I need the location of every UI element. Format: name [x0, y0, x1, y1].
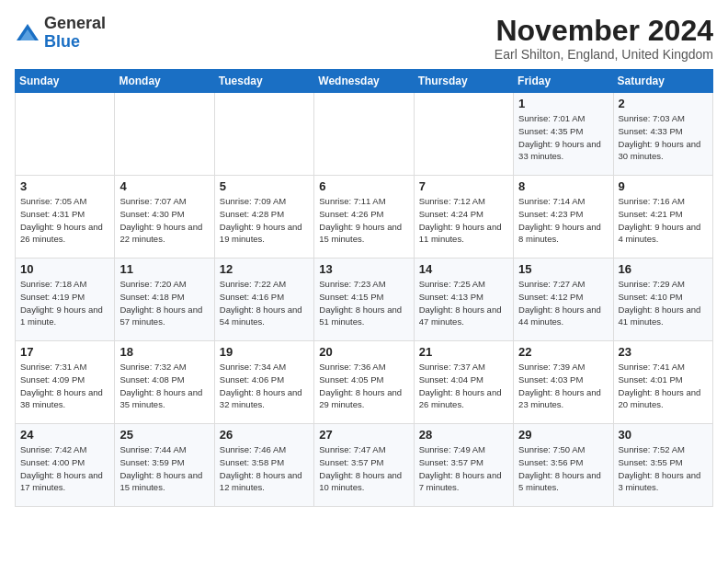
day-number: 30 [619, 428, 708, 442]
day-info: Sunrise: 7:07 AM Sunset: 4:30 PM Dayligh… [119, 195, 209, 246]
day-number: 18 [119, 345, 209, 359]
day-number: 13 [319, 262, 408, 276]
calendar-cell: 13Sunrise: 7:23 AM Sunset: 4:15 PM Dayli… [314, 259, 414, 341]
calendar-cell: 17Sunrise: 7:31 AM Sunset: 4:09 PM Dayli… [16, 341, 115, 424]
calendar-cell: 23Sunrise: 7:41 AM Sunset: 4:01 PM Dayli… [613, 341, 712, 424]
day-number: 5 [220, 179, 309, 193]
day-number: 15 [518, 262, 608, 276]
calendar-cell: 9Sunrise: 7:16 AM Sunset: 4:21 PM Daylig… [613, 176, 712, 259]
logo-general: General [44, 14, 106, 32]
day-number: 2 [619, 97, 708, 110]
header-tuesday: Tuesday [214, 70, 313, 93]
calendar-cell: 22Sunrise: 7:39 AM Sunset: 4:03 PM Dayli… [514, 341, 613, 424]
day-number: 23 [619, 345, 708, 359]
logo: General Blue [15, 15, 106, 52]
day-number: 1 [518, 97, 608, 110]
day-number: 17 [20, 345, 109, 359]
day-number: 11 [119, 262, 209, 276]
calendar-cell: 2Sunrise: 7:03 AM Sunset: 4:33 PM Daylig… [613, 93, 712, 176]
day-info: Sunrise: 7:31 AM Sunset: 4:09 PM Dayligh… [20, 361, 109, 411]
day-number: 28 [419, 428, 508, 442]
day-info: Sunrise: 7:52 AM Sunset: 3:55 PM Dayligh… [619, 443, 708, 494]
day-number: 27 [319, 428, 408, 442]
calendar-cell: 12Sunrise: 7:22 AM Sunset: 4:16 PM Dayli… [214, 259, 313, 341]
header-wednesday: Wednesday [314, 70, 414, 93]
calendar-cell: 26Sunrise: 7:46 AM Sunset: 3:58 PM Dayli… [214, 424, 313, 507]
day-info: Sunrise: 7:09 AM Sunset: 4:28 PM Dayligh… [220, 195, 309, 246]
day-number: 22 [518, 345, 608, 359]
day-info: Sunrise: 7:25 AM Sunset: 4:13 PM Dayligh… [419, 278, 508, 328]
calendar-week-5: 24Sunrise: 7:42 AM Sunset: 4:00 PM Dayli… [16, 424, 713, 507]
day-info: Sunrise: 7:14 AM Sunset: 4:23 PM Dayligh… [518, 195, 608, 246]
header-friday: Friday [514, 70, 613, 93]
header-sunday: Sunday [16, 70, 115, 93]
day-number: 24 [20, 428, 109, 442]
calendar-cell: 10Sunrise: 7:18 AM Sunset: 4:19 PM Dayli… [16, 259, 115, 341]
calendar-cell: 8Sunrise: 7:14 AM Sunset: 4:23 PM Daylig… [514, 176, 613, 259]
calendar-cell: 15Sunrise: 7:27 AM Sunset: 4:12 PM Dayli… [514, 259, 613, 341]
logo-blue: Blue [44, 32, 80, 51]
calendar-week-3: 10Sunrise: 7:18 AM Sunset: 4:19 PM Dayli… [16, 259, 713, 341]
page-header: General Blue November 2024 Earl Shilton,… [15, 15, 713, 62]
day-number: 16 [619, 262, 708, 276]
calendar-cell: 28Sunrise: 7:49 AM Sunset: 3:57 PM Dayli… [414, 424, 513, 507]
calendar-cell [115, 93, 214, 176]
title-block: November 2024 Earl Shilton, England, Uni… [495, 15, 713, 62]
calendar-cell: 20Sunrise: 7:36 AM Sunset: 4:05 PM Dayli… [314, 341, 414, 424]
day-info: Sunrise: 7:47 AM Sunset: 3:57 PM Dayligh… [319, 443, 408, 494]
day-info: Sunrise: 7:41 AM Sunset: 4:01 PM Dayligh… [619, 361, 708, 411]
day-info: Sunrise: 7:32 AM Sunset: 4:08 PM Dayligh… [119, 361, 209, 411]
calendar-cell: 4Sunrise: 7:07 AM Sunset: 4:30 PM Daylig… [115, 176, 214, 259]
day-info: Sunrise: 7:03 AM Sunset: 4:33 PM Dayligh… [619, 112, 708, 163]
calendar-week-4: 17Sunrise: 7:31 AM Sunset: 4:09 PM Dayli… [16, 341, 713, 424]
calendar-cell: 19Sunrise: 7:34 AM Sunset: 4:06 PM Dayli… [214, 341, 313, 424]
day-info: Sunrise: 7:42 AM Sunset: 4:00 PM Dayligh… [20, 443, 109, 494]
day-info: Sunrise: 7:01 AM Sunset: 4:35 PM Dayligh… [518, 112, 608, 163]
day-info: Sunrise: 7:22 AM Sunset: 4:16 PM Dayligh… [220, 278, 309, 328]
day-number: 25 [119, 428, 209, 442]
day-info: Sunrise: 7:05 AM Sunset: 4:31 PM Dayligh… [20, 195, 109, 246]
day-info: Sunrise: 7:12 AM Sunset: 4:24 PM Dayligh… [419, 195, 508, 246]
day-info: Sunrise: 7:27 AM Sunset: 4:12 PM Dayligh… [518, 278, 608, 328]
calendar-cell [16, 93, 115, 176]
header-saturday: Saturday [613, 70, 712, 93]
day-number: 4 [119, 179, 209, 193]
day-info: Sunrise: 7:20 AM Sunset: 4:18 PM Dayligh… [119, 278, 209, 328]
calendar-cell: 27Sunrise: 7:47 AM Sunset: 3:57 PM Dayli… [314, 424, 414, 507]
calendar-cell [314, 93, 414, 176]
header-monday: Monday [115, 70, 214, 93]
day-number: 14 [419, 262, 508, 276]
day-number: 6 [319, 179, 408, 193]
location: Earl Shilton, England, United Kingdom [495, 47, 713, 62]
day-info: Sunrise: 7:34 AM Sunset: 4:06 PM Dayligh… [220, 361, 309, 411]
logo-text: General Blue [44, 15, 106, 52]
logo-icon [15, 20, 40, 46]
calendar-cell: 29Sunrise: 7:50 AM Sunset: 3:56 PM Dayli… [514, 424, 613, 507]
day-info: Sunrise: 7:49 AM Sunset: 3:57 PM Dayligh… [419, 443, 508, 494]
calendar-cell: 18Sunrise: 7:32 AM Sunset: 4:08 PM Dayli… [115, 341, 214, 424]
day-info: Sunrise: 7:39 AM Sunset: 4:03 PM Dayligh… [518, 361, 608, 411]
calendar-cell: 24Sunrise: 7:42 AM Sunset: 4:00 PM Dayli… [16, 424, 115, 507]
calendar-cell: 5Sunrise: 7:09 AM Sunset: 4:28 PM Daylig… [214, 176, 313, 259]
day-info: Sunrise: 7:18 AM Sunset: 4:19 PM Dayligh… [20, 278, 109, 328]
calendar-cell [414, 93, 513, 176]
day-info: Sunrise: 7:37 AM Sunset: 4:04 PM Dayligh… [419, 361, 508, 411]
calendar-week-2: 3Sunrise: 7:05 AM Sunset: 4:31 PM Daylig… [16, 176, 713, 259]
calendar-cell: 30Sunrise: 7:52 AM Sunset: 3:55 PM Dayli… [613, 424, 712, 507]
calendar-cell: 7Sunrise: 7:12 AM Sunset: 4:24 PM Daylig… [414, 176, 513, 259]
day-info: Sunrise: 7:44 AM Sunset: 3:59 PM Dayligh… [119, 443, 209, 494]
month-title: November 2024 [495, 15, 713, 47]
day-number: 29 [518, 428, 608, 442]
day-number: 7 [419, 179, 508, 193]
day-info: Sunrise: 7:36 AM Sunset: 4:05 PM Dayligh… [319, 361, 408, 411]
calendar-cell: 3Sunrise: 7:05 AM Sunset: 4:31 PM Daylig… [16, 176, 115, 259]
day-info: Sunrise: 7:50 AM Sunset: 3:56 PM Dayligh… [518, 443, 608, 494]
day-info: Sunrise: 7:29 AM Sunset: 4:10 PM Dayligh… [619, 278, 708, 328]
calendar-cell [214, 93, 313, 176]
calendar-cell: 1Sunrise: 7:01 AM Sunset: 4:35 PM Daylig… [514, 93, 613, 176]
day-info: Sunrise: 7:16 AM Sunset: 4:21 PM Dayligh… [619, 195, 708, 246]
day-number: 21 [419, 345, 508, 359]
day-info: Sunrise: 7:23 AM Sunset: 4:15 PM Dayligh… [319, 278, 408, 328]
day-number: 8 [518, 179, 608, 193]
calendar-cell: 14Sunrise: 7:25 AM Sunset: 4:13 PM Dayli… [414, 259, 513, 341]
